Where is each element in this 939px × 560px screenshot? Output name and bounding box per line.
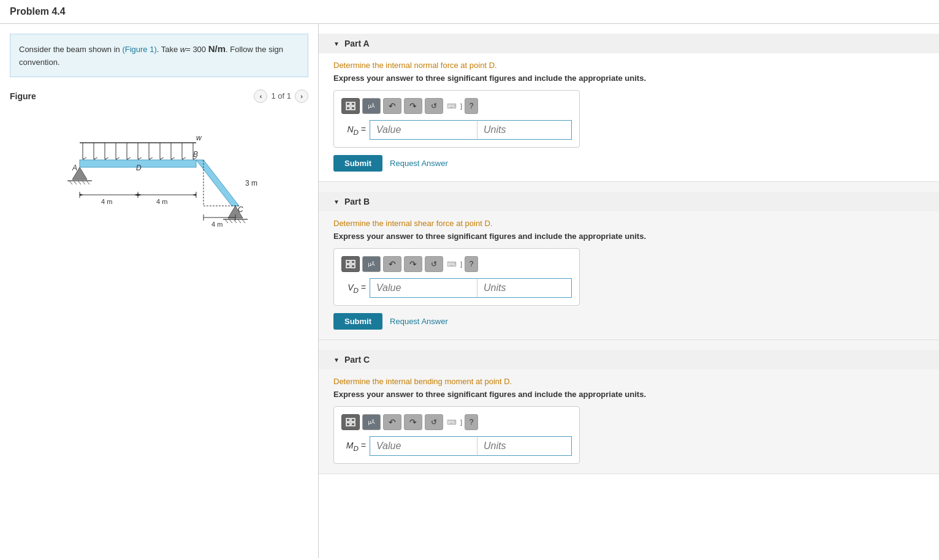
- w-value: = 300: [186, 45, 206, 54]
- part-c-grid-icon[interactable]: [341, 414, 360, 430]
- part-c-undo-btn[interactable]: ↶: [383, 414, 401, 430]
- part-a-help-btn[interactable]: ?: [465, 98, 478, 114]
- part-b-help-btn[interactable]: ?: [465, 256, 478, 272]
- svg-rect-52: [351, 102, 355, 105]
- part-a-submit-btn[interactable]: Submit: [333, 155, 382, 172]
- figure-page: 1 of 1: [271, 91, 291, 100]
- svg-marker-50: [192, 194, 196, 196]
- svg-line-31: [238, 219, 241, 223]
- svg-rect-59: [346, 418, 350, 422]
- part-a-instruction: Express your answer to three significant…: [333, 74, 924, 83]
- right-panel: ▼ Part A Determine the internal normal f…: [319, 24, 939, 558]
- part-a-toolbar: μÅ ↶ ↷ ↺ ⌨ ] ?: [341, 98, 572, 114]
- figure-section: Figure ‹ 1 of 1 ›: [10, 89, 308, 244]
- part-a-label: Part A: [344, 39, 370, 48]
- svg-rect-55: [346, 260, 350, 263]
- figure-next-btn[interactable]: ›: [295, 89, 308, 103]
- part-c-chevron[interactable]: ▼: [333, 357, 340, 363]
- svg-rect-58: [351, 265, 355, 268]
- part-b-undo-btn[interactable]: ↶: [383, 256, 401, 272]
- part-a-input-row: ND =: [341, 120, 572, 140]
- part-c-label: Part C: [344, 355, 370, 365]
- part-a-mu-btn[interactable]: μÅ: [362, 98, 381, 114]
- svg-text:4 m: 4 m: [156, 198, 167, 205]
- svg-text:4 m: 4 m: [101, 198, 112, 205]
- svg-line-32: [242, 219, 245, 223]
- main-layout: Consider the beam shown in (Figure 1). T…: [0, 24, 939, 558]
- svg-text:B: B: [193, 150, 198, 159]
- part-c-refresh-btn[interactable]: ↺: [425, 414, 443, 430]
- part-c-toolbar: μÅ ↶ ↷ ↺ ⌨ ] ?: [341, 414, 572, 430]
- part-c-bracket: ]: [460, 418, 462, 426]
- part-b-instruction: Express your answer to three significant…: [333, 232, 924, 241]
- svg-rect-62: [351, 423, 355, 426]
- part-a-refresh-btn[interactable]: ↺: [425, 98, 443, 114]
- svg-rect-60: [351, 418, 355, 422]
- svg-rect-53: [346, 107, 350, 110]
- svg-rect-57: [346, 265, 350, 268]
- part-a-chevron[interactable]: ▼: [333, 40, 340, 47]
- part-a-bracket: ]: [460, 102, 462, 110]
- part-c-help-btn[interactable]: ?: [465, 414, 478, 430]
- part-c-answer-box: μÅ ↶ ↷ ↺ ⌨ ] ? MD =: [333, 406, 580, 464]
- part-b-request-link[interactable]: Request Answer: [390, 317, 448, 326]
- svg-rect-61: [346, 423, 350, 426]
- part-b-bracket: ]: [460, 260, 462, 268]
- part-a-grid-icon[interactable]: [341, 98, 360, 114]
- svg-marker-48: [134, 194, 138, 196]
- part-b-sep: ⌨: [447, 260, 457, 268]
- part-b-grid-icon[interactable]: [341, 256, 360, 272]
- part-b-mu-btn[interactable]: μÅ: [362, 256, 381, 272]
- left-panel: Consider the beam shown in (Figure 1). T…: [0, 24, 319, 558]
- svg-text:A: A: [72, 164, 77, 172]
- part-a-undo-btn[interactable]: ↶: [383, 98, 401, 114]
- svg-text:w: w: [196, 134, 202, 142]
- svg-marker-47: [80, 194, 83, 196]
- part-a-redo-btn[interactable]: ↷: [404, 98, 422, 114]
- part-b-label: Part B: [344, 197, 370, 206]
- figure-label: Figure: [10, 91, 36, 101]
- part-a-answer-box: μÅ ↶ ↷ ↺ ⌨ ] ? ND =: [333, 90, 580, 148]
- part-b-submit-btn[interactable]: Submit: [333, 313, 382, 330]
- part-c-sep: ⌨: [447, 418, 457, 426]
- svg-marker-14: [196, 160, 239, 206]
- svg-line-21: [69, 181, 72, 184]
- part-b-question: Determine the internal shear force at po…: [333, 219, 924, 228]
- svg-rect-54: [351, 107, 355, 110]
- part-b-toolbar: μÅ ↶ ↷ ↺ ⌨ ] ?: [341, 256, 572, 272]
- part-c-value-input[interactable]: [370, 436, 477, 456]
- part-a-var-label: ND =: [341, 124, 366, 136]
- beam-diagram: w: [10, 109, 308, 244]
- part-b-chevron[interactable]: ▼: [333, 199, 340, 205]
- figure-header: Figure ‹ 1 of 1 ›: [10, 89, 308, 103]
- part-b-redo-btn[interactable]: ↷: [404, 256, 422, 272]
- svg-text:4 m: 4 m: [211, 221, 222, 228]
- part-b-section: ▼ Part B Determine the internal shear fo…: [319, 182, 939, 340]
- part-a-section: ▼ Part A Determine the internal normal f…: [319, 24, 939, 182]
- page-title: Problem 4.4: [10, 6, 929, 17]
- part-a-request-link[interactable]: Request Answer: [390, 159, 448, 168]
- part-b-action-row: Submit Request Answer: [333, 313, 924, 330]
- w-label: w: [180, 45, 186, 54]
- part-a-sep: ⌨: [447, 102, 457, 110]
- w-units: N/m: [208, 44, 226, 54]
- part-c-instruction: Express your answer to three significant…: [333, 390, 924, 399]
- part-a-value-input[interactable]: [370, 120, 477, 140]
- part-c-header: ▼ Part C: [319, 350, 939, 369]
- svg-marker-49: [138, 194, 142, 196]
- part-b-refresh-btn[interactable]: ↺: [425, 256, 443, 272]
- part-b-value-input[interactable]: [370, 278, 477, 298]
- part-c-input-row: MD =: [341, 436, 572, 456]
- page-header: Problem 4.4: [0, 0, 939, 24]
- svg-line-22: [74, 181, 77, 184]
- problem-description: Consider the beam shown in (Figure 1). T…: [10, 34, 308, 77]
- part-a-units-input[interactable]: [477, 120, 572, 140]
- part-c-units-input[interactable]: [477, 436, 572, 456]
- part-b-units-input[interactable]: [477, 278, 572, 298]
- part-a-header: ▼ Part A: [319, 34, 939, 53]
- part-c-mu-btn[interactable]: μÅ: [362, 414, 381, 430]
- figure-link[interactable]: (Figure 1): [122, 45, 156, 54]
- part-b-header: ▼ Part B: [319, 192, 939, 211]
- figure-prev-btn[interactable]: ‹: [254, 89, 267, 103]
- part-c-redo-btn[interactable]: ↷: [404, 414, 422, 430]
